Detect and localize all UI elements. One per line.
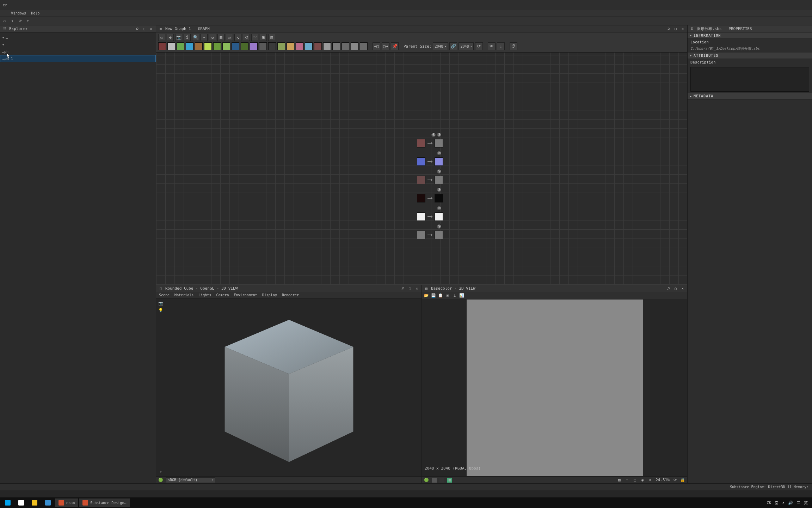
link-size-icon[interactable]: 🔗: [449, 42, 457, 50]
channel-a-icon[interactable]: [439, 478, 444, 483]
close-icon[interactable]: ✕: [680, 286, 685, 291]
node-swatch[interactable]: [323, 42, 331, 50]
menu-display[interactable]: Display: [262, 293, 277, 297]
taskbar-ocam[interactable]: ocam: [55, 498, 78, 507]
taskbar-substance[interactable]: Substance Design…: [79, 498, 130, 507]
axis-icon[interactable]: ⌖: [158, 469, 163, 474]
parent-width[interactable]: 2048▾: [433, 42, 448, 50]
crop-icon[interactable]: ▣: [445, 293, 450, 298]
input-icon[interactable]: →▢: [373, 42, 380, 50]
taskbar-chrome[interactable]: [28, 498, 41, 507]
history-back-icon[interactable]: ↺: [2, 19, 7, 24]
node-swatch[interactable]: [351, 42, 358, 50]
flow-icon[interactable]: ⇣: [497, 42, 505, 50]
node-swatch[interactable]: [222, 42, 230, 50]
tray-icon[interactable]: 🗨: [796, 501, 800, 505]
pin-output-icon[interactable]: 📌: [391, 42, 399, 50]
mat-icon[interactable]: 🟢: [424, 478, 429, 483]
refresh-size-icon[interactable]: ⟳: [475, 42, 483, 50]
pin-icon[interactable]: ⚲: [665, 25, 672, 32]
grid-icon[interactable]: ▦: [217, 34, 224, 41]
rotate-icon[interactable]: ⟲: [243, 34, 250, 41]
histogram-icon[interactable]: 📊: [459, 293, 464, 298]
node-swatch[interactable]: [305, 42, 313, 50]
description-input[interactable]: [690, 67, 809, 92]
parent-height[interactable]: 2048▾: [459, 42, 474, 50]
timing-icon[interactable]: ⏱: [510, 42, 517, 50]
select-icon[interactable]: ▭: [158, 34, 165, 41]
fit-icon[interactable]: ◉: [640, 478, 645, 483]
section-information[interactable]: ▾ INFORMATION: [688, 32, 812, 39]
menu-windows[interactable]: Windows: [11, 11, 26, 15]
tree-item[interactable]: …ph: [2, 50, 8, 54]
menu-materials[interactable]: Materials: [174, 293, 193, 297]
view2d-canvas[interactable]: 2048 x 2048 (RGBA, 8bps): [422, 299, 687, 476]
graph-node[interactable]: ⦿: [417, 211, 449, 223]
menu-scene[interactable]: Scene: [159, 293, 170, 297]
tree-row[interactable]: ▾…: [0, 34, 156, 41]
pin-icon[interactable]: ⚲: [399, 285, 406, 292]
reset-zoom-icon[interactable]: ⊕: [648, 478, 653, 483]
info-icon[interactable]: i: [452, 293, 457, 298]
copy-icon[interactable]: 📋: [438, 293, 443, 298]
align-icon[interactable]: ▤: [268, 34, 275, 41]
menu-help[interactable]: Help: [31, 11, 39, 15]
node-swatch[interactable]: [332, 42, 340, 50]
node-swatch[interactable]: [277, 42, 285, 50]
close-icon[interactable]: ✕: [414, 286, 419, 291]
eye-icon[interactable]: 👁: [488, 42, 496, 50]
graph-node[interactable]: ⦿⦿: [417, 137, 449, 149]
menu-environment[interactable]: Environment: [234, 293, 257, 297]
pin-icon[interactable]: ⚲: [665, 285, 672, 292]
node-swatch[interactable]: [287, 42, 294, 50]
node-swatch[interactable]: [268, 42, 276, 50]
node-swatch[interactable]: [158, 42, 166, 50]
zoom-icon[interactable]: 🔍: [192, 34, 199, 41]
channel-rgb-icon[interactable]: ▦: [447, 478, 452, 483]
color-profile[interactable]: sRGB (default)▾: [166, 477, 215, 483]
max-icon[interactable]: ▢: [673, 26, 678, 31]
graph-node[interactable]: ⦿: [417, 156, 449, 168]
dropdown-icon[interactable]: ▾: [25, 19, 30, 24]
node-swatch[interactable]: [342, 42, 349, 50]
node-swatch[interactable]: [232, 42, 239, 50]
node-swatch[interactable]: [250, 42, 258, 50]
node-swatch[interactable]: [259, 42, 267, 50]
curve-icon[interactable]: 〰: [251, 34, 258, 41]
view3d-canvas[interactable]: 📷 💡: [156, 298, 422, 476]
taskbar-search[interactable]: [15, 498, 27, 507]
grid-icon[interactable]: ▦: [617, 478, 622, 483]
node-swatch[interactable]: [204, 42, 212, 50]
section-metadata[interactable]: ▸ METADATA: [688, 93, 812, 99]
node-swatch[interactable]: [195, 42, 203, 50]
menu-lights[interactable]: Lights: [198, 293, 211, 297]
move-icon[interactable]: ✥: [167, 34, 174, 41]
max-icon[interactable]: ▢: [407, 286, 412, 291]
taskbar-start[interactable]: [1, 498, 14, 507]
node-swatch[interactable]: [177, 42, 184, 50]
node-swatch[interactable]: [314, 42, 322, 50]
light-icon[interactable]: 💡: [158, 308, 163, 313]
camera-icon[interactable]: 📷: [175, 34, 182, 41]
open-icon[interactable]: 📂: [424, 293, 429, 298]
node-swatch[interactable]: [167, 42, 175, 50]
channel-l-icon[interactable]: [432, 478, 437, 483]
info-icon[interactable]: i: [184, 34, 191, 41]
tray-icon[interactable]: 🔊: [788, 501, 793, 505]
uv-icon[interactable]: ◫: [632, 478, 637, 483]
menu-camera[interactable]: Camera: [216, 293, 229, 297]
graph-node[interactable]: ⦿: [417, 229, 449, 241]
tile-icon[interactable]: ⊞: [625, 478, 629, 483]
refresh-icon[interactable]: ⟳: [18, 19, 23, 24]
route-icon[interactable]: ⇄: [226, 34, 233, 41]
close-icon[interactable]: ✕: [680, 26, 685, 31]
node-swatch[interactable]: [360, 42, 368, 50]
reset-icon[interactable]: ↺: [209, 34, 216, 41]
tree-row[interactable]: ▾: [0, 41, 156, 48]
section-attributes[interactable]: ▾ ATTRIBUTES: [688, 53, 812, 59]
tree-row-selected[interactable]: …ph_1: [0, 55, 156, 62]
max-icon[interactable]: ▢: [142, 26, 147, 31]
node-swatch[interactable]: [186, 42, 193, 50]
camera-icon[interactable]: 📷: [158, 301, 163, 306]
tree-item[interactable]: …: [6, 36, 8, 40]
